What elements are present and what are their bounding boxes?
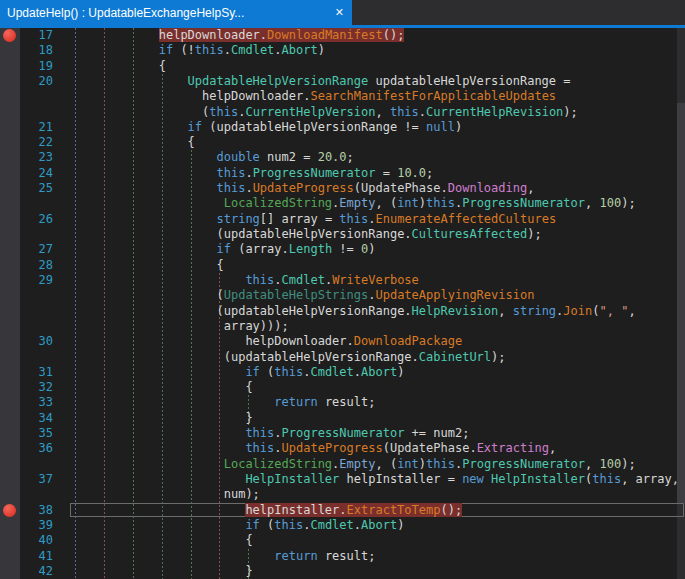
code-line-35[interactable]: 35 this.ProgressNumerator += num2; [0, 426, 685, 441]
code-line-32[interactable]: 32 { [0, 380, 685, 395]
code-line-wrap[interactable]: helpDownloader.SearchManifestForApplicab… [0, 89, 685, 104]
code-text[interactable]: (UpdatableHelpStrings.UpdateApplyingRevi… [72, 288, 534, 303]
code-line-28[interactable]: 28 { [0, 258, 685, 273]
code-text[interactable]: this.UpdateProgress(UpdatePhase.Extracti… [72, 441, 556, 456]
code-text[interactable]: LocalizedString.Empty, (int)this.Progres… [72, 196, 636, 211]
code-line-24[interactable]: 24 this.ProgressNumerator = 10.0; [0, 166, 685, 181]
breakpoint-margin-cell[interactable] [0, 196, 20, 211]
code-line-22[interactable]: 22 { [0, 135, 685, 150]
breakpoint-margin-cell[interactable] [0, 472, 20, 487]
breakpoint-margin-cell[interactable] [0, 350, 20, 365]
code-line-41[interactable]: 41 return result; [0, 549, 685, 564]
code-line-39[interactable]: 39 if (this.Cmdlet.Abort) [0, 518, 685, 533]
code-text[interactable]: return result; [72, 549, 375, 564]
code-text[interactable]: (updatableHelpVersionRange.CulturesAffec… [72, 227, 542, 242]
code-text[interactable]: (this.CurrentHelpVersion, this.CurrentHe… [72, 105, 578, 120]
code-line-wrap[interactable]: (updatableHelpVersionRange.CabinetUrl); [0, 350, 685, 365]
code-text[interactable]: if (this.Cmdlet.Abort) [72, 365, 404, 380]
breakpoint-margin-cell[interactable] [0, 273, 20, 288]
code-line-17[interactable]: 17 helpDownloader.DownloadManifest(); [0, 28, 685, 43]
breakpoint-margin-cell[interactable] [0, 242, 20, 257]
code-text[interactable]: this.UpdateProgress(UpdatePhase.Download… [72, 181, 534, 196]
code-text[interactable]: { [72, 135, 195, 150]
code-line-26[interactable]: 26 string[] array = this.EnumerateAffect… [0, 212, 685, 227]
code-text[interactable]: this.Cmdlet.WriteVerbose [72, 273, 419, 288]
breakpoint-margin-cell[interactable] [0, 334, 20, 349]
breakpoint-margin-cell[interactable] [0, 74, 20, 89]
breakpoint-margin-cell[interactable] [0, 166, 20, 181]
code-text[interactable]: (updatableHelpVersionRange.CabinetUrl); [72, 350, 506, 365]
breakpoint-margin-cell[interactable] [0, 288, 20, 303]
breakpoint-margin-cell[interactable] [0, 304, 20, 319]
breakpoint-margin-cell[interactable] [0, 150, 20, 165]
code-line-29[interactable]: 29 this.Cmdlet.WriteVerbose [0, 273, 685, 288]
tab-close-icon[interactable]: ✕ [335, 0, 344, 25]
code-text[interactable]: this.ProgressNumerator = 10.0; [72, 166, 433, 181]
code-line-wrap[interactable]: (UpdatableHelpStrings.UpdateApplyingRevi… [0, 288, 685, 303]
code-line-30[interactable]: 30 helpDownloader.DownloadPackage [0, 334, 685, 349]
breakpoint-margin-cell[interactable] [0, 105, 20, 120]
breakpoint-margin-cell[interactable] [0, 457, 20, 472]
breakpoint-margin-cell[interactable] [0, 549, 20, 564]
code-text[interactable]: LocalizedString.Empty, (int)this.Progres… [72, 457, 636, 472]
code-line-18[interactable]: 18 if (!this.Cmdlet.Abort) [0, 43, 685, 58]
code-text[interactable]: if (!this.Cmdlet.Abort) [72, 43, 325, 58]
code-area[interactable]: 17 helpDownloader.DownloadManifest();18 … [0, 28, 685, 579]
code-text[interactable]: UpdatableHelpVersionRange updatableHelpV… [72, 74, 571, 89]
breakpoint-icon[interactable] [3, 29, 16, 42]
breakpoint-margin-cell[interactable] [0, 319, 20, 334]
breakpoint-margin-cell[interactable] [0, 28, 20, 43]
code-text[interactable]: array))); [72, 319, 289, 334]
breakpoint-margin-cell[interactable] [0, 59, 20, 74]
breakpoint-icon[interactable] [3, 504, 16, 517]
code-text[interactable]: if (array.Length != 0) [72, 242, 376, 257]
breakpoint-margin-cell[interactable] [0, 426, 20, 441]
code-text[interactable]: } [72, 564, 253, 579]
breakpoint-margin-cell[interactable] [0, 380, 20, 395]
breakpoint-margin-cell[interactable] [0, 395, 20, 410]
code-text[interactable]: if (updatableHelpVersionRange != null) [72, 120, 462, 135]
code-line-wrap[interactable]: (this.CurrentHelpVersion, this.CurrentHe… [0, 105, 685, 120]
scrollbar-thumb[interactable] [677, 103, 685, 503]
code-text[interactable]: helpInstaller.ExtractToTemp(); [72, 503, 462, 518]
code-line-34[interactable]: 34 } [0, 411, 685, 426]
breakpoint-margin-cell[interactable] [0, 533, 20, 548]
code-text[interactable]: helpDownloader.DownloadManifest(); [72, 28, 404, 43]
breakpoint-margin-cell[interactable] [0, 212, 20, 227]
code-line-19[interactable]: 19 { [0, 59, 685, 74]
code-line-33[interactable]: 33 return result; [0, 395, 685, 410]
breakpoint-margin-cell[interactable] [0, 120, 20, 135]
code-text[interactable]: { [72, 59, 166, 74]
breakpoint-margin-cell[interactable] [0, 411, 20, 426]
code-line-42[interactable]: 42 } [0, 564, 685, 579]
code-line-31[interactable]: 31 if (this.Cmdlet.Abort) [0, 365, 685, 380]
breakpoint-margin-cell[interactable] [0, 181, 20, 196]
code-text[interactable]: this.ProgressNumerator += num2; [72, 426, 469, 441]
breakpoint-margin-cell[interactable] [0, 135, 20, 150]
code-line-38[interactable]: 38 helpInstaller.ExtractToTemp(); [0, 503, 685, 518]
code-line-wrap[interactable]: LocalizedString.Empty, (int)this.Progres… [0, 196, 685, 211]
code-text[interactable]: if (this.Cmdlet.Abort) [72, 518, 404, 533]
breakpoint-margin-cell[interactable] [0, 227, 20, 242]
code-text[interactable]: double num2 = 20.0; [72, 150, 354, 165]
code-line-23[interactable]: 23 double num2 = 20.0; [0, 150, 685, 165]
breakpoint-margin-cell[interactable] [0, 43, 20, 58]
code-text[interactable]: return result; [72, 395, 375, 410]
breakpoint-margin-cell[interactable] [0, 564, 20, 579]
breakpoint-margin-cell[interactable] [0, 503, 20, 518]
breakpoint-margin-cell[interactable] [0, 518, 20, 533]
code-line-37[interactable]: 37 HelpInstaller helpInstaller = new Hel… [0, 472, 685, 487]
code-text[interactable]: HelpInstaller helpInstaller = new HelpIn… [72, 472, 679, 487]
code-text[interactable]: string[] array = this.EnumerateAffectedC… [72, 212, 556, 227]
code-text[interactable]: { [72, 258, 224, 273]
breakpoint-margin-cell[interactable] [0, 441, 20, 456]
code-text[interactable]: { [72, 380, 253, 395]
code-text[interactable]: helpDownloader.DownloadPackage [72, 334, 462, 349]
code-line-wrap[interactable]: (updatableHelpVersionRange.HelpRevision,… [0, 304, 685, 319]
code-text[interactable]: num); [72, 487, 260, 502]
code-line-36[interactable]: 36 this.UpdateProgress(UpdatePhase.Extra… [0, 441, 685, 456]
code-text[interactable]: { [72, 533, 253, 548]
breakpoint-margin-cell[interactable] [0, 258, 20, 273]
code-text[interactable]: helpDownloader.SearchManifestForApplicab… [72, 89, 556, 104]
breakpoint-margin-cell[interactable] [0, 89, 20, 104]
